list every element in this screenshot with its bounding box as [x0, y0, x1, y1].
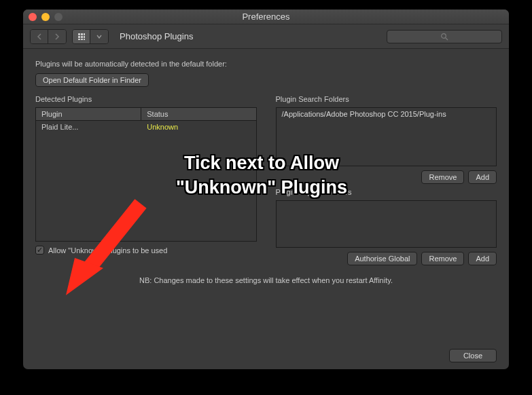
svg-point-9: [442, 33, 446, 38]
svg-rect-6: [78, 39, 80, 40]
search-icon: [440, 33, 448, 41]
plugin-search-folders-list[interactable]: /Applications/Adobe Photoshop CC 2015/Pl…: [276, 107, 497, 166]
svg-rect-3: [78, 36, 80, 38]
back-button[interactable]: [31, 30, 48, 43]
svg-rect-7: [81, 39, 83, 40]
authorise-global-button[interactable]: Authorise Global: [347, 252, 417, 265]
breadcrumb: Photoshop Plugins: [120, 31, 193, 41]
svg-rect-8: [84, 39, 85, 40]
close-window-icon[interactable]: [29, 13, 37, 21]
maximize-window-icon: [54, 13, 63, 21]
svg-rect-1: [81, 33, 83, 35]
plugin-support-folders-list[interactable]: [276, 200, 497, 248]
search-input[interactable]: [387, 30, 502, 43]
content-area: Plugins will be automatically detected i…: [23, 49, 509, 369]
allow-unknown-checkbox[interactable]: ✓: [35, 246, 44, 255]
plugin-search-folders-label: Plugin Search Folders: [276, 95, 497, 103]
plugin-status-cell: Unknown: [141, 121, 255, 133]
preferences-window: Preferences Photoshop Plugins: [23, 10, 509, 369]
svg-rect-4: [81, 36, 83, 38]
column-header-plugin[interactable]: Plugin: [36, 108, 141, 120]
plugin-support-folders-label: Plugin Support Folders: [276, 188, 497, 196]
allow-unknown-label: Allow "Unknown" plugins to be used: [48, 246, 167, 255]
close-button[interactable]: Close: [449, 349, 497, 362]
detected-plugins-label: Detected Plugins: [35, 95, 257, 103]
minimize-window-icon[interactable]: [41, 13, 50, 21]
remove-search-folder-button[interactable]: Remove: [421, 170, 464, 184]
column-header-status[interactable]: Status: [141, 108, 255, 120]
remove-support-folder-button[interactable]: Remove: [421, 252, 464, 265]
window-title: Preferences: [23, 12, 509, 22]
open-default-folder-button[interactable]: Open Default Folder in Finder: [35, 73, 149, 87]
list-item[interactable]: /Applications/Adobe Photoshop CC 2015/Pl…: [277, 108, 497, 120]
svg-rect-2: [84, 33, 85, 35]
auto-detect-label: Plugins will be automatically detected i…: [35, 60, 497, 68]
add-support-folder-button[interactable]: Add: [468, 252, 497, 265]
add-search-folder-button[interactable]: Add: [468, 170, 497, 184]
svg-line-10: [446, 38, 448, 40]
table-row[interactable]: Plaid Lite... Unknown: [36, 121, 256, 133]
detected-plugins-table[interactable]: Plugin Status Plaid Lite... Unknown: [35, 107, 257, 242]
grid-view-icon[interactable]: [73, 30, 90, 43]
view-group: [72, 29, 109, 44]
titlebar: Preferences: [23, 10, 509, 24]
svg-rect-5: [84, 36, 85, 38]
plugin-name-cell: Plaid Lite...: [36, 121, 141, 133]
dropdown-icon[interactable]: [90, 30, 108, 43]
window-controls: [29, 13, 63, 21]
nav-group: [30, 29, 67, 44]
toolbar: Photoshop Plugins: [23, 24, 509, 49]
svg-rect-0: [78, 33, 80, 35]
restart-notice: NB: Changes made to these settings will …: [35, 276, 497, 284]
forward-button[interactable]: [48, 30, 66, 43]
